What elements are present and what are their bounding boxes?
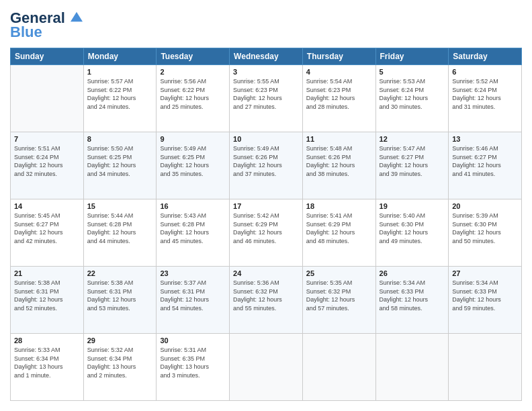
day-number: 10 [233, 135, 299, 143]
day-info: Sunrise: 5:42 AM Sunset: 6:29 PM Dayligh… [233, 212, 299, 245]
day-info: Sunrise: 5:45 AM Sunset: 6:27 PM Dayligh… [14, 212, 80, 245]
day-info: Sunrise: 5:38 AM Sunset: 6:31 PM Dayligh… [14, 279, 80, 312]
day-info: Sunrise: 5:34 AM Sunset: 6:33 PM Dayligh… [452, 279, 518, 312]
day-info: Sunrise: 5:41 AM Sunset: 6:29 PM Dayligh… [306, 212, 372, 245]
day-info: Sunrise: 5:34 AM Sunset: 6:33 PM Dayligh… [380, 279, 445, 312]
calendar-cell: 24Sunrise: 5:36 AM Sunset: 6:32 PM Dayli… [230, 267, 303, 334]
calendar-cell: 16Sunrise: 5:43 AM Sunset: 6:28 PM Dayli… [157, 199, 230, 267]
calendar-week-row: 28Sunrise: 5:33 AM Sunset: 6:34 PM Dayli… [11, 334, 522, 401]
logo: General Blue [10, 10, 83, 41]
day-number: 2 [160, 68, 226, 76]
weekday-header: Sunday [11, 48, 84, 65]
day-number: 19 [380, 202, 445, 210]
day-info: Sunrise: 5:35 AM Sunset: 6:32 PM Dayligh… [306, 279, 372, 312]
day-number: 14 [14, 202, 80, 210]
calendar-cell: 23Sunrise: 5:37 AM Sunset: 6:31 PM Dayli… [157, 267, 230, 334]
day-info: Sunrise: 5:39 AM Sunset: 6:30 PM Dayligh… [452, 212, 518, 245]
day-info: Sunrise: 5:32 AM Sunset: 6:34 PM Dayligh… [87, 346, 153, 379]
calendar-cell: 4Sunrise: 5:54 AM Sunset: 6:23 PM Daylig… [302, 65, 375, 132]
calendar-cell: 25Sunrise: 5:35 AM Sunset: 6:32 PM Dayli… [302, 267, 375, 334]
day-number: 4 [306, 68, 372, 76]
weekday-header-row: SundayMondayTuesdayWednesdayThursdayFrid… [11, 48, 522, 65]
day-number: 25 [306, 269, 372, 277]
calendar-cell [449, 334, 522, 401]
day-number: 13 [452, 135, 518, 143]
calendar-cell: 17Sunrise: 5:42 AM Sunset: 6:29 PM Dayli… [230, 199, 303, 267]
day-number: 6 [452, 68, 518, 76]
logo-icon [71, 11, 83, 23]
day-info: Sunrise: 5:48 AM Sunset: 6:26 PM Dayligh… [306, 144, 372, 178]
day-number: 27 [452, 269, 518, 277]
day-info: Sunrise: 5:55 AM Sunset: 6:23 PM Dayligh… [233, 77, 299, 111]
day-info: Sunrise: 5:46 AM Sunset: 6:27 PM Dayligh… [452, 144, 518, 178]
day-info: Sunrise: 5:40 AM Sunset: 6:30 PM Dayligh… [380, 212, 445, 245]
day-number: 20 [452, 202, 518, 210]
calendar-week-row: 14Sunrise: 5:45 AM Sunset: 6:27 PM Dayli… [11, 199, 522, 267]
weekday-header: Friday [375, 48, 449, 65]
weekday-header: Tuesday [157, 48, 230, 65]
day-info: Sunrise: 5:49 AM Sunset: 6:26 PM Dayligh… [233, 144, 299, 178]
calendar-cell: 20Sunrise: 5:39 AM Sunset: 6:30 PM Dayli… [449, 199, 522, 267]
day-info: Sunrise: 5:52 AM Sunset: 6:24 PM Dayligh… [452, 77, 518, 111]
day-number: 16 [160, 202, 226, 210]
day-info: Sunrise: 5:49 AM Sunset: 6:25 PM Dayligh… [160, 144, 226, 178]
day-number: 30 [160, 336, 226, 345]
calendar-cell [230, 334, 303, 401]
header: General Blue [10, 10, 522, 41]
day-info: Sunrise: 5:53 AM Sunset: 6:24 PM Dayligh… [380, 77, 445, 111]
day-info: Sunrise: 5:54 AM Sunset: 6:23 PM Dayligh… [306, 77, 372, 111]
calendar-cell: 26Sunrise: 5:34 AM Sunset: 6:33 PM Dayli… [375, 267, 449, 334]
calendar-cell: 30Sunrise: 5:31 AM Sunset: 6:35 PM Dayli… [157, 334, 230, 401]
calendar-cell: 11Sunrise: 5:48 AM Sunset: 6:26 PM Dayli… [302, 132, 375, 199]
svg-marker-0 [71, 12, 83, 21]
calendar-cell [375, 334, 449, 401]
day-number: 8 [87, 135, 153, 143]
weekday-header: Saturday [449, 48, 522, 65]
calendar-cell: 27Sunrise: 5:34 AM Sunset: 6:33 PM Dayli… [449, 267, 522, 334]
calendar-week-row: 21Sunrise: 5:38 AM Sunset: 6:31 PM Dayli… [11, 267, 522, 334]
day-info: Sunrise: 5:36 AM Sunset: 6:32 PM Dayligh… [233, 279, 299, 312]
calendar-cell: 28Sunrise: 5:33 AM Sunset: 6:34 PM Dayli… [11, 334, 84, 401]
calendar-cell: 22Sunrise: 5:38 AM Sunset: 6:31 PM Dayli… [83, 267, 157, 334]
day-info: Sunrise: 5:56 AM Sunset: 6:22 PM Dayligh… [160, 77, 226, 111]
calendar-cell: 18Sunrise: 5:41 AM Sunset: 6:29 PM Dayli… [302, 199, 375, 267]
day-number: 18 [306, 202, 372, 210]
day-info: Sunrise: 5:44 AM Sunset: 6:28 PM Dayligh… [87, 212, 153, 245]
day-info: Sunrise: 5:31 AM Sunset: 6:35 PM Dayligh… [160, 346, 226, 379]
calendar-cell: 6Sunrise: 5:52 AM Sunset: 6:24 PM Daylig… [449, 65, 522, 132]
day-info: Sunrise: 5:50 AM Sunset: 6:25 PM Dayligh… [87, 144, 153, 178]
calendar-cell [302, 334, 375, 401]
calendar-week-row: 7Sunrise: 5:51 AM Sunset: 6:24 PM Daylig… [11, 132, 522, 199]
day-number: 22 [87, 269, 153, 277]
calendar-cell: 2Sunrise: 5:56 AM Sunset: 6:22 PM Daylig… [157, 65, 230, 132]
day-number: 9 [160, 135, 226, 143]
calendar-cell: 14Sunrise: 5:45 AM Sunset: 6:27 PM Dayli… [11, 199, 84, 267]
day-number: 17 [233, 202, 299, 210]
calendar-table: SundayMondayTuesdayWednesdayThursdayFrid… [10, 48, 522, 401]
day-number: 5 [380, 68, 445, 76]
day-number: 11 [306, 135, 372, 143]
day-number: 12 [380, 135, 445, 143]
day-info: Sunrise: 5:57 AM Sunset: 6:22 PM Dayligh… [87, 77, 153, 111]
calendar-page: General Blue SundayMondayTuesdayWednesda… [0, 0, 532, 411]
day-number: 28 [14, 336, 80, 345]
calendar-cell: 1Sunrise: 5:57 AM Sunset: 6:22 PM Daylig… [83, 65, 157, 132]
day-info: Sunrise: 5:33 AM Sunset: 6:34 PM Dayligh… [14, 346, 80, 379]
calendar-cell: 29Sunrise: 5:32 AM Sunset: 6:34 PM Dayli… [83, 334, 157, 401]
calendar-cell: 21Sunrise: 5:38 AM Sunset: 6:31 PM Dayli… [11, 267, 84, 334]
weekday-header: Thursday [302, 48, 375, 65]
calendar-cell: 5Sunrise: 5:53 AM Sunset: 6:24 PM Daylig… [375, 65, 449, 132]
day-number: 3 [233, 68, 299, 76]
day-info: Sunrise: 5:47 AM Sunset: 6:27 PM Dayligh… [380, 144, 445, 178]
calendar-cell: 13Sunrise: 5:46 AM Sunset: 6:27 PM Dayli… [449, 132, 522, 199]
day-number: 21 [14, 269, 80, 277]
calendar-cell: 19Sunrise: 5:40 AM Sunset: 6:30 PM Dayli… [375, 199, 449, 267]
calendar-cell: 10Sunrise: 5:49 AM Sunset: 6:26 PM Dayli… [230, 132, 303, 199]
day-number: 24 [233, 269, 299, 277]
day-number: 7 [14, 135, 80, 143]
calendar-week-row: 1Sunrise: 5:57 AM Sunset: 6:22 PM Daylig… [11, 65, 522, 132]
day-info: Sunrise: 5:38 AM Sunset: 6:31 PM Dayligh… [87, 279, 153, 312]
day-info: Sunrise: 5:43 AM Sunset: 6:28 PM Dayligh… [160, 212, 226, 245]
day-number: 15 [87, 202, 153, 210]
day-number: 26 [380, 269, 445, 277]
